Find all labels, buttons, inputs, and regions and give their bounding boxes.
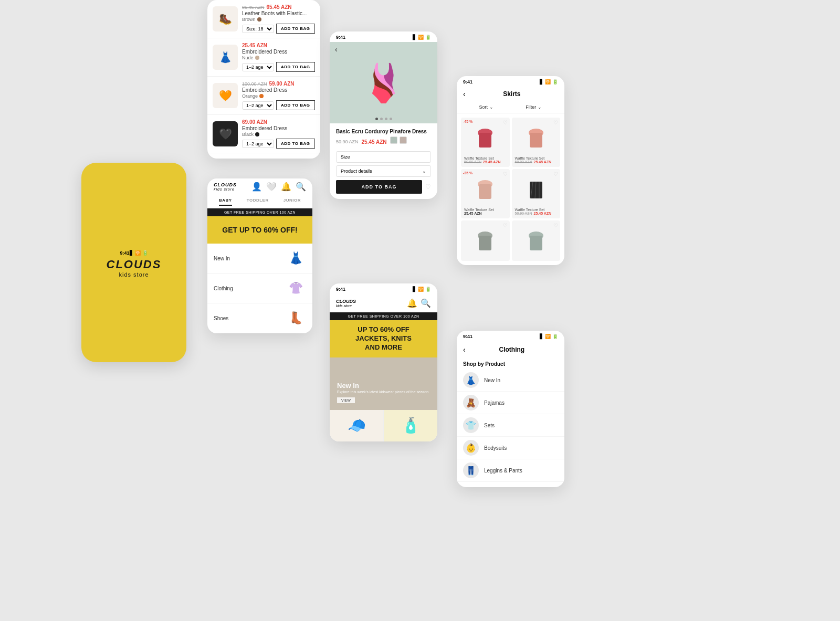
- clothing-bodysuits[interactable]: 👶 Bodysuits: [457, 437, 564, 459]
- nav-baby[interactable]: BABY: [219, 198, 232, 206]
- dot-4: [390, 118, 392, 120]
- sets-avatar: 👕: [463, 417, 479, 433]
- bodysuits-label: Bodysuits: [484, 445, 507, 451]
- clothing-sets[interactable]: 👕 Sets: [457, 414, 564, 437]
- pajamas-avatar: 🧸: [463, 395, 479, 411]
- skirt-card-2: ♡ Waffle Texture Set 50.90 AZN 25.45 AZN: [512, 118, 561, 167]
- signal-icon: ▋: [540, 79, 543, 85]
- product-add-to-bag-btn[interactable]: ADD TO BAG: [336, 180, 422, 194]
- clothing-pajamas[interactable]: 🧸 Pajamas: [457, 392, 564, 414]
- home2-new-in-banner: New In Explore this week's latest kidswe…: [330, 357, 437, 410]
- dot-1: [375, 118, 378, 120]
- filter-button[interactable]: Filter ⌄: [526, 104, 542, 110]
- category-new-in[interactable]: New In 👗: [207, 244, 312, 273]
- dot-2: [380, 118, 383, 120]
- sort-button[interactable]: Sort ⌄: [479, 104, 494, 110]
- search-icon[interactable]: 🔍: [296, 182, 306, 192]
- cart-item-2-color-dot: [255, 56, 259, 60]
- cart-item-2-add-btn[interactable]: ADD TO BAG: [276, 62, 315, 72]
- cart-item-1-color: Brown: [242, 17, 315, 22]
- cart-item-3-new-price: 59.00 AZN: [269, 81, 295, 87]
- skirt-5-heart[interactable]: ♡: [503, 223, 508, 228]
- cart-item-4-add-btn[interactable]: ADD TO BAG: [276, 139, 315, 149]
- clothing-title: Clothing: [466, 346, 558, 353]
- nav-junior[interactable]: JUNIOR: [284, 198, 301, 206]
- signal-icon: ▋: [540, 334, 543, 339]
- cart-item-1-size-select[interactable]: Size: 18: [242, 25, 274, 33]
- skirts-grid: -45 % ♡ Waffle Texture Set 50.90 AZN 25.…: [457, 113, 564, 265]
- home2-promo: UP TO 60% OFF JACKETS, KNITS AND MORE: [330, 320, 437, 357]
- product-detail-row[interactable]: Product details ⌄: [336, 165, 431, 177]
- home2-logo: CLOUDS kids store: [336, 299, 356, 308]
- brand-tagline: kids store: [107, 271, 162, 278]
- search-icon[interactable]: 🔍: [421, 298, 431, 308]
- skirt-card-3: -35 % ♡ Waffle Texture Set 25.45 AZN: [461, 169, 510, 218]
- signal-icon: ▋: [413, 35, 416, 40]
- swatch-2[interactable]: [400, 136, 407, 144]
- cart-item-3-color-dot: [259, 94, 264, 98]
- phone-skirts: 9:41 ▋ 🛜 🔋 ‹ Skirts Sort ⌄ Filter ⌄ -45 …: [457, 76, 564, 265]
- category-shoes[interactable]: Shoes 👢: [207, 303, 312, 333]
- clothing-leggings[interactable]: 👖 Leggins & Pants: [457, 459, 564, 482]
- skirt-4-heart[interactable]: ♡: [553, 171, 558, 177]
- category-clothing[interactable]: Clothing 👚: [207, 273, 312, 303]
- chevron-down-icon: ⌄: [538, 104, 542, 110]
- home2-status-bar: 9:41 ▋ 🛜 🔋: [330, 283, 437, 294]
- notification-icon[interactable]: 🔔: [407, 298, 417, 308]
- home-nav: BABY TODDLER JUNIOR: [207, 195, 312, 208]
- skirts-time: 9:41: [463, 79, 472, 85]
- svg-rect-1: [479, 133, 491, 148]
- product-size-select[interactable]: Size: [336, 151, 431, 163]
- cart-item-4-thumb: 🖤: [213, 121, 238, 146]
- skirt-4-old: 50.90 AZN: [515, 212, 532, 215]
- skirt-4-img: [515, 172, 558, 206]
- skirt-3-name: Waffle Texture Set: [464, 208, 507, 212]
- swatch-1[interactable]: [390, 136, 397, 144]
- cart-item-2-color: Nude: [242, 55, 315, 60]
- cart-item-3-add-btn[interactable]: ADD TO BAG: [276, 100, 315, 110]
- back-button[interactable]: ‹: [335, 45, 338, 54]
- home2-new-in-content: New In Explore this week's latest kidswe…: [337, 382, 428, 404]
- wishlist-icon[interactable]: 🤍: [266, 182, 277, 192]
- home2-promo-text: UP TO 60% OFF JACKETS, KNITS AND MORE: [336, 325, 431, 352]
- clothing-status-icons: ▋ 🛜 🔋: [540, 334, 558, 339]
- cart-item-3-size-select[interactable]: 1–2 age: [242, 101, 274, 110]
- skirt-3-plain: 25.45 AZN: [464, 212, 482, 215]
- cart-item-1-add-btn[interactable]: ADD TO BAG: [276, 24, 315, 34]
- home2-status-icons: ▋ 🛜 🔋: [413, 287, 431, 292]
- home2-view-btn[interactable]: VIEW: [337, 397, 355, 403]
- skirt-2-img: [515, 121, 558, 155]
- promo-text: GET UP TO 60% OFF!: [214, 226, 306, 234]
- clothing-header: ‹ Clothing: [457, 341, 564, 358]
- wifi-icon: 🛜: [135, 250, 141, 256]
- skirt-6-heart[interactable]: ♡: [553, 223, 558, 228]
- category-clothing-img: 👚: [285, 278, 306, 299]
- category-new-in-label: New In: [214, 256, 230, 261]
- chevron-down-icon: ⌄: [422, 169, 426, 174]
- battery-icon: 🔋: [425, 35, 431, 40]
- cart-item-3-old-price: 100.00 AZN: [242, 81, 267, 87]
- cart-item-3-info: 100.00 AZN 59.00 AZN Embroidered Dress O…: [242, 81, 315, 110]
- skirt-3-heart[interactable]: ♡: [503, 171, 508, 177]
- skirt-card-5: ♡: [461, 220, 510, 261]
- skirt-1-heart[interactable]: ♡: [503, 120, 508, 125]
- clothing-new-in[interactable]: 👗 New In: [457, 369, 564, 392]
- cart-item-2: 👗 25.45 AZN Embroidered Dress Nude 1–2 a…: [207, 38, 320, 77]
- nav-toddler[interactable]: TODDLER: [247, 198, 269, 206]
- cart-item-4-size-select[interactable]: 1–2 age: [242, 140, 274, 148]
- clothing-status-bar: 9:41 ▋ 🛜 🔋: [457, 331, 564, 341]
- cart-item-3-name: Embroidered Dress: [242, 87, 315, 93]
- cart-item-1: 🥾 85.45 AZN 65.45 AZN Leather Boots with…: [207, 0, 320, 38]
- skirt-2-new: 25.45 AZN: [534, 160, 552, 164]
- notification-icon[interactable]: 🔔: [281, 182, 291, 192]
- splash-status-bar: 9:41 ▋ 🛜 🔋: [113, 247, 154, 258]
- home2-icons: 🔔 🔍: [407, 298, 431, 308]
- cart-item-4-color-dot: [255, 132, 259, 136]
- wishlist-heart-icon[interactable]: ♡: [425, 183, 431, 191]
- cart-item-4-color: Black: [242, 132, 315, 137]
- cart-item-2-size-select[interactable]: 1–2 age: [242, 63, 274, 71]
- leggings-label: Leggins & Pants: [484, 468, 522, 473]
- skirt-2-heart[interactable]: ♡: [553, 120, 558, 125]
- product-dots: [375, 118, 392, 120]
- profile-icon[interactable]: 👤: [251, 182, 262, 192]
